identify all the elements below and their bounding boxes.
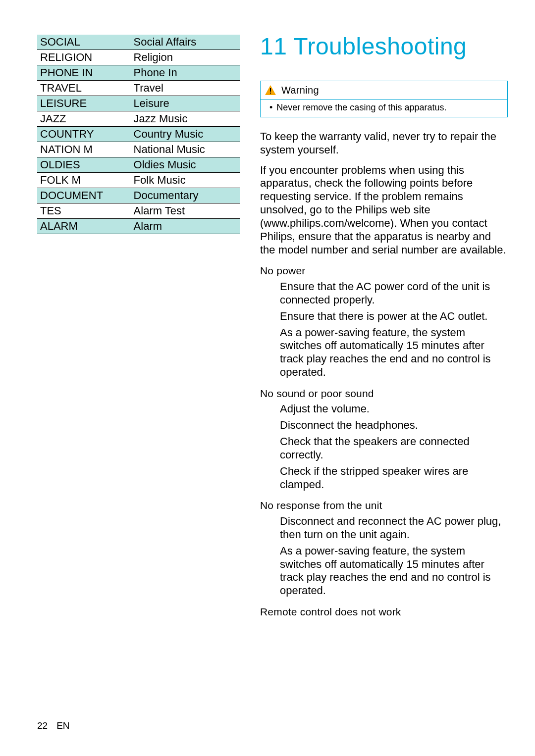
table-row: LEISURELeisure: [37, 96, 240, 111]
table-row: FOLK MFolk Music: [37, 173, 240, 188]
warning-icon: [265, 84, 276, 96]
table-row: DOCUMENTDocumentary: [37, 188, 240, 203]
page-lang: EN: [56, 720, 69, 731]
table-row: RELIGIONReligion: [37, 50, 240, 65]
list-item: Ensure that the AC power cord of the uni…: [280, 280, 508, 307]
code-cell: TES: [37, 203, 131, 219]
warning-box: Warning Never remove the casing of this …: [260, 81, 508, 117]
list-no-response: Disconnect and reconnect the AC power pl…: [260, 515, 508, 598]
desc-cell: Travel: [131, 81, 240, 96]
list-item: As a power-saving feature, the system sw…: [280, 326, 508, 379]
desc-cell: Country Music: [131, 127, 240, 142]
code-cell: COUNTRY: [37, 127, 131, 142]
table-row: TESAlarm Test: [37, 203, 240, 219]
list-item: Check if the stripped speaker wires are …: [280, 465, 508, 492]
code-cell: TRAVEL: [37, 81, 131, 96]
code-cell: NATION M: [37, 142, 131, 157]
codes-table: SOCIALSocial AffairsRELIGIONReligionPHON…: [37, 35, 240, 234]
list-item: Adjust the volume.: [280, 403, 508, 416]
table-row: PHONE INPhone In: [37, 65, 240, 81]
table-row: COUNTRYCountry Music: [37, 127, 240, 142]
list-item: Disconnect and reconnect the AC power pl…: [280, 515, 508, 542]
desc-cell: Social Affairs: [131, 35, 240, 50]
desc-cell: Alarm: [131, 219, 240, 234]
heading-no-sound: No sound or poor sound: [260, 387, 508, 400]
desc-cell: Jazz Music: [131, 111, 240, 127]
list-item: Disconnect the headphones.: [280, 419, 508, 432]
table-row: SOCIALSocial Affairs: [37, 35, 240, 50]
warranty-paragraph: To keep the warranty valid, never try to…: [260, 130, 508, 157]
desc-cell: Alarm Test: [131, 203, 240, 219]
heading-no-power: No power: [260, 264, 508, 277]
desc-cell: National Music: [131, 142, 240, 157]
table-row: TRAVELTravel: [37, 81, 240, 96]
service-paragraph: If you encounter problems when using thi…: [260, 164, 508, 257]
code-cell: SOCIAL: [37, 35, 131, 50]
page-number: 22: [37, 720, 48, 731]
code-cell: RELIGION: [37, 50, 131, 65]
list-item: As a power-saving feature, the system sw…: [280, 545, 508, 598]
code-cell: JAZZ: [37, 111, 131, 127]
section-title: 11 Troubleshooting: [260, 33, 508, 60]
code-cell: ALARM: [37, 219, 131, 234]
list-no-sound: Adjust the volume.Disconnect the headpho…: [260, 403, 508, 491]
code-cell: OLDIES: [37, 157, 131, 173]
warning-text: Never remove the casing of this apparatu…: [276, 102, 446, 113]
svg-rect-2: [270, 93, 271, 94]
heading-no-response: No response from the unit: [260, 499, 508, 512]
code-cell: LEISURE: [37, 96, 131, 111]
desc-cell: Documentary: [131, 188, 240, 203]
list-no-power: Ensure that the AC power cord of the uni…: [260, 280, 508, 379]
desc-cell: Phone In: [131, 65, 240, 81]
desc-cell: Folk Music: [131, 173, 240, 188]
desc-cell: Leisure: [131, 96, 240, 111]
table-row: JAZZJazz Music: [37, 111, 240, 127]
desc-cell: Religion: [131, 50, 240, 65]
desc-cell: Oldies Music: [131, 157, 240, 173]
svg-rect-1: [270, 88, 271, 92]
table-row: ALARMAlarm: [37, 219, 240, 234]
code-cell: DOCUMENT: [37, 188, 131, 203]
code-cell: PHONE IN: [37, 65, 131, 81]
table-row: NATION MNational Music: [37, 142, 240, 157]
table-row: OLDIESOldies Music: [37, 157, 240, 173]
code-cell: FOLK M: [37, 173, 131, 188]
list-item: Ensure that there is power at the AC out…: [280, 310, 508, 323]
list-item: Check that the speakers are connected co…: [280, 435, 508, 462]
page-footer: 22 EN: [37, 720, 70, 731]
heading-remote: Remote control does not work: [260, 605, 508, 618]
warning-label: Warning: [281, 85, 319, 96]
